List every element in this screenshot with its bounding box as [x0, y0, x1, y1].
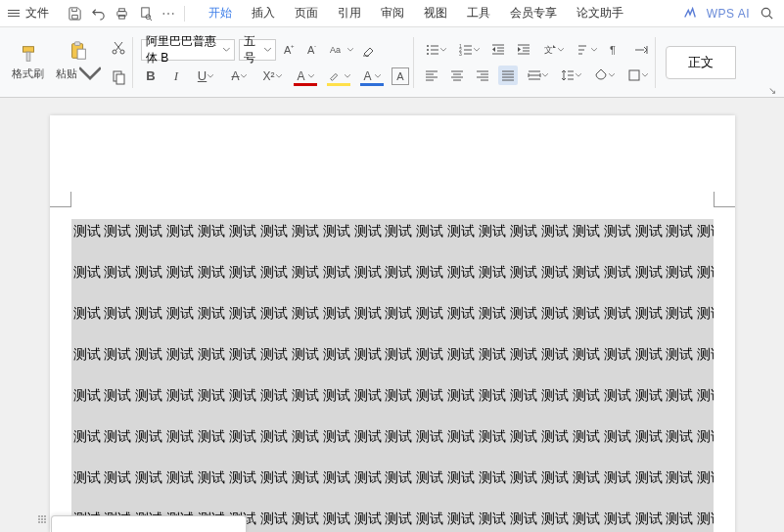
- text-effects-icon[interactable]: A: [358, 66, 386, 86]
- align-justify-icon[interactable]: [498, 66, 518, 85]
- sort-icon[interactable]: [573, 40, 600, 60]
- svg-point-83: [41, 521, 43, 523]
- font-size-select[interactable]: 五号: [239, 39, 276, 61]
- wps-ai-label[interactable]: WPS AI: [707, 7, 750, 21]
- format-painter-button[interactable]: 格式刷: [6, 39, 50, 85]
- tab-tools[interactable]: 工具: [457, 0, 500, 27]
- font-group: 阿里巴巴普惠体 B 五号 A+ A- Aa B I U A X² A A A: [141, 39, 409, 86]
- file-menu[interactable]: 文件: [18, 5, 57, 22]
- page-body-selected[interactable]: 测试 测试 测试 测试 测试 测试 测试 测试 测试 测试 测试 测试 测试 测…: [71, 219, 714, 532]
- document-line[interactable]: 测试 测试 测试 测试 测试 测试 测试 测试 测试 测试 测试 测试 测试 测…: [71, 428, 714, 448]
- style-normal[interactable]: 正文: [666, 46, 736, 79]
- svg-text:¶: ¶: [610, 44, 616, 56]
- document-line[interactable]: 测试 测试 测试 测试 测试 测试 测试 测试 测试 测试 测试 测试 测试 测…: [71, 223, 714, 243]
- svg-point-14: [120, 50, 124, 54]
- search-icon[interactable]: [760, 6, 774, 21]
- svg-line-7: [769, 16, 772, 19]
- document-line[interactable]: 测试 测试 测试 测试 测试 测试 测试 测试 测试 测试 测试 测试 测试 测…: [71, 305, 714, 325]
- print-preview-icon[interactable]: [133, 2, 157, 25]
- tab-reference[interactable]: 引用: [328, 0, 371, 27]
- bold-icon[interactable]: B: [141, 66, 161, 86]
- document-line[interactable]: 测试 测试 测试 测试 测试 测试 测试 测试 测试 测试 测试 测试 测试 测…: [71, 264, 714, 284]
- document-page[interactable]: 测试 测试 测试 测试 测试 测试 测试 测试 测试 测试 测试 测试 测试 测…: [50, 115, 735, 532]
- svg-point-27: [427, 49, 429, 51]
- shrink-font-icon[interactable]: A-: [303, 40, 323, 60]
- tab-member[interactable]: 会员专享: [500, 0, 567, 27]
- floating-toolbar[interactable]: [51, 515, 247, 532]
- svg-rect-1: [118, 9, 124, 12]
- svg-point-29: [427, 53, 429, 55]
- align-right-icon[interactable]: [473, 66, 492, 85]
- ribbon-dialog-launcher-icon[interactable]: ↘: [768, 85, 778, 95]
- svg-rect-9: [26, 52, 30, 61]
- align-left-icon[interactable]: [422, 66, 441, 85]
- app-menu-button[interactable]: [4, 4, 18, 22]
- save-icon[interactable]: [63, 2, 86, 25]
- menu-bar: 文件 ⋯ 开始 插入 页面 引用 审阅 视图 工具 会员专享: [0, 0, 784, 27]
- svg-point-82: [41, 515, 43, 517]
- tab-review[interactable]: 审阅: [371, 0, 414, 27]
- distribute-icon[interactable]: [524, 66, 551, 85]
- clear-format-icon[interactable]: [358, 40, 378, 60]
- separator: [413, 37, 414, 88]
- highlight-icon[interactable]: [325, 66, 352, 86]
- document-line[interactable]: 测试 测试 测试 测试 测试 测试 测试 测试 测试 测试 测试 测试 测试 测…: [71, 346, 714, 366]
- decrease-indent-icon[interactable]: [488, 40, 508, 60]
- bullets-icon[interactable]: [422, 40, 449, 60]
- svg-text:Aa: Aa: [330, 45, 341, 55]
- underline-icon[interactable]: U: [192, 66, 219, 86]
- svg-rect-3: [141, 8, 149, 17]
- document-line[interactable]: 测试 测试 测试 测试 测试 测试 测试 测试 测试 测试 测试 测试 测试 测…: [71, 469, 714, 489]
- svg-rect-8: [23, 47, 33, 53]
- document-line[interactable]: 测试 测试 测试 测试 测试 测试 测试 测试 测试 测试 测试 测试 测试 测…: [71, 387, 714, 407]
- shading-icon[interactable]: [590, 66, 618, 85]
- svg-line-5: [150, 19, 152, 21]
- tab-start[interactable]: 开始: [199, 0, 242, 27]
- increase-indent-icon[interactable]: [514, 40, 533, 60]
- svg-point-6: [761, 8, 769, 16]
- menubar-left: 文件 ⋯ 开始 插入 页面 引用 审阅 视图 工具 会员专享: [4, 0, 633, 27]
- svg-point-81: [44, 518, 46, 520]
- svg-text:文: 文: [544, 45, 553, 55]
- tab-page[interactable]: 页面: [285, 0, 328, 27]
- tab-stops-icon[interactable]: [631, 40, 651, 60]
- tab-insert[interactable]: 插入: [242, 0, 285, 27]
- grow-font-icon[interactable]: A+: [280, 40, 300, 60]
- svg-rect-18: [116, 74, 124, 84]
- paste-button[interactable]: 粘贴: [50, 36, 107, 89]
- svg-point-78: [44, 521, 46, 523]
- tab-view[interactable]: 视图: [414, 0, 457, 27]
- font-family-select[interactable]: 阿里巴巴普惠体 B: [141, 39, 235, 61]
- strikethrough-icon[interactable]: A: [225, 66, 253, 86]
- change-case-icon[interactable]: Aa: [327, 40, 354, 60]
- superscript-icon[interactable]: X²: [258, 66, 286, 86]
- phonetic-guide-icon[interactable]: A: [392, 67, 409, 85]
- cut-icon[interactable]: [109, 38, 128, 58]
- wps-ai-logo-icon: [683, 7, 697, 21]
- align-center-icon[interactable]: [447, 66, 467, 85]
- italic-icon[interactable]: I: [166, 66, 186, 86]
- more-qat-icon[interactable]: ⋯: [157, 2, 180, 25]
- font-color-icon[interactable]: A: [292, 66, 319, 86]
- border-icon[interactable]: [623, 66, 651, 85]
- svg-point-25: [427, 45, 429, 47]
- text-direction-icon[interactable]: 文: [539, 40, 567, 60]
- tab-thesis[interactable]: 论文助手: [567, 0, 633, 27]
- ribbon-tabs: 开始 插入 页面 引用 审阅 视图 工具 会员专享 论文助手: [199, 0, 633, 27]
- svg-point-75: [38, 515, 40, 517]
- document-workspace: 测试 测试 测试 测试 测试 测试 测试 测试 测试 测试 测试 测试 测试 测…: [0, 98, 784, 532]
- svg-rect-74: [629, 70, 639, 80]
- svg-text:-: -: [314, 43, 316, 49]
- line-spacing-icon[interactable]: [557, 66, 584, 85]
- para-row-2: [422, 66, 651, 85]
- show-marks-icon[interactable]: ¶: [606, 40, 625, 60]
- drag-handle-icon[interactable]: [35, 512, 49, 526]
- print-icon[interactable]: [110, 2, 133, 25]
- separator: [655, 37, 656, 88]
- undo-icon[interactable]: [86, 2, 110, 25]
- font-row-2: B I U A X² A A A: [141, 66, 409, 86]
- svg-rect-11: [74, 41, 80, 45]
- chevron-down-icon: [223, 46, 230, 54]
- copy-icon[interactable]: [109, 67, 128, 87]
- numbering-icon[interactable]: 123: [455, 40, 483, 60]
